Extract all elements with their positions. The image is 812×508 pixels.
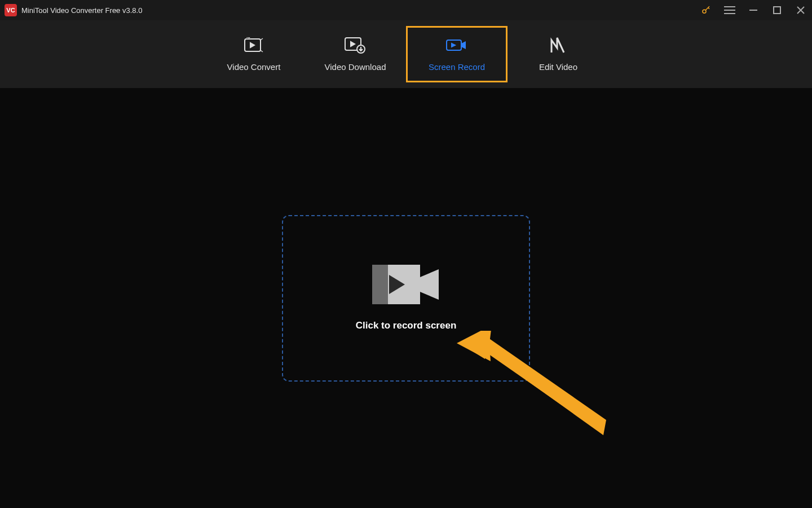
maximize-icon[interactable]: [770, 3, 784, 17]
titlebar: VC MiniTool Video Converter Free v3.8.0: [0, 0, 812, 20]
close-icon[interactable]: [794, 3, 807, 17]
svg-rect-20: [372, 265, 388, 304]
app-logo-icon: VC: [5, 4, 17, 16]
tab-label: Video Convert: [227, 62, 281, 72]
record-screen-dropzone[interactable]: Click to record screen: [282, 215, 530, 382]
minimize-icon[interactable]: [747, 3, 760, 17]
nav-toolbar: Video Convert Video Download Screen Reco…: [0, 20, 812, 88]
app-title: MiniTool Video Converter Free v3.8.0: [21, 6, 142, 15]
tab-label: Video Download: [325, 62, 386, 72]
video-download-icon: [344, 37, 367, 53]
edit-video-icon: [547, 37, 570, 53]
tab-edit-video[interactable]: Edit Video: [508, 26, 609, 82]
titlebar-right: [699, 3, 807, 17]
key-icon[interactable]: [699, 3, 713, 17]
svg-line-2: [708, 8, 709, 9]
titlebar-left: VC MiniTool Video Converter Free v3.8.0: [5, 4, 142, 16]
svg-marker-18: [452, 43, 455, 47]
video-convert-icon: [242, 37, 265, 53]
svg-rect-7: [774, 7, 780, 14]
tab-screen-record[interactable]: Screen Record: [406, 26, 508, 82]
svg-marker-11: [250, 43, 254, 47]
tab-video-convert[interactable]: Video Convert: [203, 26, 304, 82]
svg-marker-14: [351, 42, 355, 46]
tab-label: Edit Video: [539, 62, 577, 72]
svg-point-0: [703, 10, 706, 13]
record-prompt-text: Click to record screen: [356, 320, 457, 331]
content-area: Click to record screen: [0, 88, 812, 508]
app-logo-text: VC: [6, 7, 15, 14]
tab-label: Screen Record: [429, 62, 485, 72]
menu-icon[interactable]: [723, 3, 736, 17]
camera-icon: [372, 265, 440, 304]
svg-marker-12: [249, 37, 250, 38]
screen-record-icon: [445, 37, 468, 53]
tab-video-download[interactable]: Video Download: [304, 26, 406, 82]
